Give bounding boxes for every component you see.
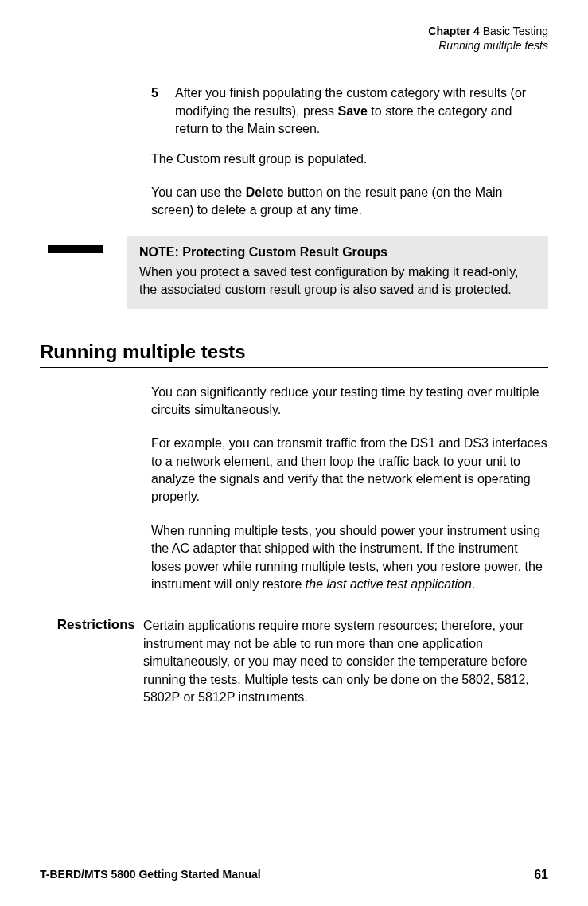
step-number: 5 [151,84,163,138]
footer-manual-title: T-BERD/MTS 5800 Getting Started Manual [40,868,261,882]
footer-page-number: 61 [534,868,548,882]
step-text: After you finish populating the custom c… [175,84,548,138]
note-body: When you protect a saved test configurat… [139,264,536,299]
power-paragraph: When running multiple tests, you should … [151,522,548,594]
delete-paragraph: You can use the Delete button on the res… [151,184,548,220]
header-chapter-line: Chapter 4 Basic Testing [40,24,548,38]
chapter-label: Chapter 4 [428,25,480,37]
restrictions-subsection: Restrictions Certain applications requir… [40,617,548,706]
page-header: Chapter 4 Basic Testing Running multiple… [40,24,548,53]
power-after: . [472,577,475,591]
restrictions-label: Restrictions [40,617,143,706]
note-box: NOTE: Protecting Custom Result Groups Wh… [127,236,548,309]
save-keyword: Save [338,104,368,118]
delete-keyword: Delete [246,185,284,199]
note-marker-icon [48,245,103,253]
main-content: 5 After you finish populating the custom… [151,84,548,308]
section-divider [40,367,548,368]
header-section-title: Running multiple tests [40,38,548,53]
step-5: 5 After you finish populating the custom… [151,84,548,138]
running-tests-section: Running multiple tests You can significa… [40,341,548,707]
section-content: You can significantly reduce your testin… [151,384,548,594]
note-title: NOTE: Protecting Custom Result Groups [139,245,536,260]
restrictions-text: Certain applications require more system… [143,617,548,706]
power-italic: the last active test application [306,577,472,591]
intro-paragraph: You can significantly reduce your testin… [151,384,548,420]
chapter-title: Basic Testing [483,25,548,37]
populated-paragraph: The Custom result group is populated. [151,150,548,168]
delete-before: You can use the [151,185,246,199]
example-paragraph: For example, you can transmit traffic fr… [151,435,548,506]
section-heading: Running multiple tests [40,341,548,363]
page-footer: T-BERD/MTS 5800 Getting Started Manual 6… [40,868,548,882]
